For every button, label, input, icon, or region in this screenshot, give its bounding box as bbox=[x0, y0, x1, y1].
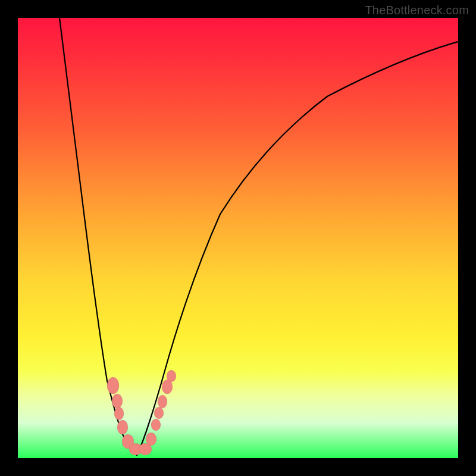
bead bbox=[146, 433, 156, 446]
bead bbox=[107, 377, 119, 394]
plot-area bbox=[18, 18, 458, 458]
watermark-text: TheBottleneck.com bbox=[365, 4, 469, 17]
left-curve bbox=[60, 18, 137, 455]
bead bbox=[151, 419, 161, 431]
bead bbox=[114, 407, 124, 420]
bead bbox=[158, 395, 167, 408]
chart-frame: TheBottleneck.com bbox=[0, 0, 476, 476]
curves-svg bbox=[18, 18, 458, 458]
bead bbox=[167, 370, 176, 382]
bead bbox=[112, 394, 123, 408]
right-curve bbox=[137, 42, 458, 455]
bead bbox=[154, 407, 164, 419]
bead bbox=[117, 420, 128, 434]
